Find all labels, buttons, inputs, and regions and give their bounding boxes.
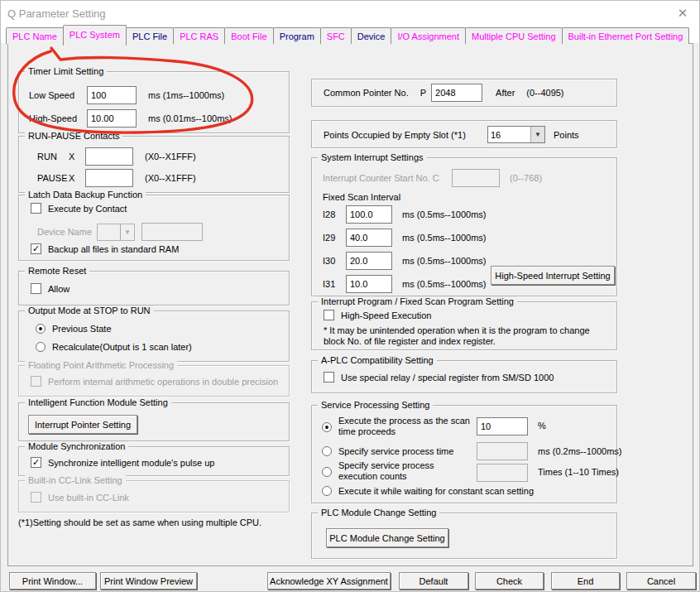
floating-point-title: Floating Point Arithmetic Processing bbox=[25, 360, 177, 370]
synchronize-pulse-checkbox[interactable]: ✓ bbox=[31, 457, 41, 468]
close-icon[interactable]: ✕ bbox=[674, 5, 691, 22]
tab-plc-name[interactable]: PLC Name bbox=[6, 27, 64, 44]
scan-time-proceeds-radio[interactable]: • bbox=[322, 422, 332, 432]
pause-contact-input[interactable] bbox=[85, 169, 133, 187]
interrupt-program-group: Interrupt Program / Fixed Scan Program S… bbox=[311, 301, 617, 350]
high-speed-execution-checkbox[interactable] bbox=[324, 310, 334, 320]
tab-io-assignment[interactable]: I/O Assignment bbox=[391, 27, 466, 44]
synchronize-pulse-label: Synchronize intelligent module's pulse u… bbox=[48, 458, 214, 468]
a-plc-compatibility-group: A-PLC Compatibility Setting Use special … bbox=[311, 360, 617, 393]
execute-by-contact-checkbox[interactable] bbox=[31, 203, 41, 214]
i30-input[interactable]: 20.0 bbox=[346, 252, 392, 270]
plc-module-change-title: PLC Module Change Setting bbox=[318, 508, 439, 517]
empty-slot-combo-value: 16 bbox=[488, 127, 530, 142]
interrupt-program-note-line1: * It may be unintended operation when it… bbox=[324, 325, 590, 336]
low-speed-range: ms (1ms--1000ms) bbox=[148, 90, 224, 100]
i29-input[interactable]: 40.0 bbox=[346, 229, 392, 247]
multi-cpu-footnote: (*1)Setting should be set as same when u… bbox=[18, 517, 261, 527]
interrupt-program-note-line2: block No. of file register and index reg… bbox=[324, 336, 496, 347]
tab-sfc[interactable]: SFC bbox=[320, 27, 352, 44]
i28-range: ms (0.5ms--1000ms) bbox=[402, 209, 486, 219]
execution-counts-radio[interactable] bbox=[322, 467, 332, 477]
common-pointer-after-label: After bbox=[496, 88, 515, 98]
end-button[interactable]: End bbox=[551, 572, 620, 590]
output-mode-title: Output Mode at STOP to RUN bbox=[25, 306, 154, 315]
multi-cpu-footnote-text: (*1)Setting should be set as same when u… bbox=[18, 517, 261, 527]
empty-slot-combo[interactable]: 16 ▼ bbox=[487, 126, 545, 143]
execution-counts-input bbox=[477, 464, 528, 482]
q-parameter-setting-dialog: Q Parameter Setting ✕ PLC Name PLC Syste… bbox=[0, 0, 700, 592]
tab-plc-ras[interactable]: PLC RAS bbox=[173, 27, 225, 44]
default-button[interactable]: Default bbox=[399, 572, 468, 590]
low-speed-label: Low Speed bbox=[29, 90, 87, 100]
latch-data-backup-title: Latch Data Backup Function bbox=[25, 190, 146, 200]
acknowledge-xy-assignment-button[interactable]: Acknowledge XY Assignment bbox=[267, 572, 391, 590]
common-pointer-range: (0--4095) bbox=[526, 88, 563, 98]
recalculate-radio[interactable] bbox=[36, 342, 46, 352]
constant-scan-radio[interactable] bbox=[322, 486, 332, 496]
interrupt-counter-range: (0--768) bbox=[510, 173, 542, 183]
tab-boot-file[interactable]: Boot File bbox=[224, 27, 273, 44]
tab-plc-system[interactable]: PLC System bbox=[63, 25, 127, 46]
high-speed-interrupt-setting-button[interactable]: High-Speed Interrupt Setting bbox=[491, 266, 615, 285]
allow-label: Allow bbox=[48, 284, 70, 294]
i29-label: I29 bbox=[323, 233, 346, 243]
use-cc-link-label: Use built-in CC-Link bbox=[48, 493, 129, 503]
empty-slot-label: Points Occupied by Empty Slot (*1) bbox=[324, 130, 487, 140]
intelligent-function-module-group: Intelligent Function Module Setting Inte… bbox=[18, 402, 290, 441]
device-name-combo-arrow-icon[interactable]: ▼ bbox=[120, 224, 134, 240]
device-name-combo[interactable]: ▼ bbox=[97, 224, 135, 241]
service-process-time-radio[interactable] bbox=[322, 446, 332, 456]
i31-range: ms (0.5ms--1000ms) bbox=[402, 279, 486, 289]
scan-time-percent-input[interactable]: 10 bbox=[477, 417, 528, 436]
device-name-combo-value bbox=[98, 224, 120, 240]
run-range: (X0--X1FFF) bbox=[145, 152, 196, 161]
pause-label: PAUSE bbox=[37, 173, 69, 183]
module-synchronization-title: Module Synchronization bbox=[25, 441, 128, 451]
floating-point-group: Floating Point Arithmetic Processing Per… bbox=[18, 365, 290, 397]
service-process-time-unit: ms (0.2ms--1000ms) bbox=[538, 446, 621, 456]
tab-multiple-cpu-setting[interactable]: Multiple CPU Setting bbox=[465, 27, 563, 44]
empty-slot-combo-arrow-icon[interactable]: ▼ bbox=[530, 127, 544, 142]
backup-all-files-checkbox[interactable]: ✓ bbox=[31, 243, 41, 254]
tab-plc-file[interactable]: PLC File bbox=[126, 27, 174, 44]
i28-input[interactable]: 100.0 bbox=[346, 205, 392, 224]
plc-module-change-setting-button[interactable]: PLC Module Change Setting bbox=[326, 528, 448, 547]
interrupt-counter-input bbox=[452, 169, 500, 187]
execution-counts-unit: Times (1--10 Times) bbox=[538, 467, 619, 477]
tab-device[interactable]: Device bbox=[351, 27, 392, 44]
high-speed-execution-label: High-Speed Execution bbox=[341, 310, 431, 320]
interrupt-pointer-setting-button[interactable]: Interrupt Pointer Setting bbox=[28, 415, 137, 434]
high-speed-range: ms (0.01ms--100ms) bbox=[148, 113, 232, 123]
service-processing-group: Service Processing Setting • Execute the… bbox=[311, 405, 617, 503]
cancel-button[interactable]: Cancel bbox=[626, 572, 696, 590]
high-speed-input[interactable]: 10.00 bbox=[87, 109, 137, 128]
run-pause-contacts-title: RUN-PAUSE Contacts bbox=[25, 131, 122, 141]
previous-state-radio[interactable]: • bbox=[36, 324, 46, 334]
tab-built-in-ethernet-port-setting[interactable]: Built-in Ethernet Port Setting bbox=[562, 27, 690, 44]
print-window-button[interactable]: Print Window... bbox=[9, 572, 96, 590]
service-process-time-label: Specify service process time bbox=[338, 446, 477, 456]
print-window-preview-button[interactable]: Print Window Preview bbox=[100, 572, 197, 590]
execute-by-contact-label: Execute by Contact bbox=[48, 204, 127, 214]
i31-label: I31 bbox=[323, 279, 346, 289]
latch-data-backup-group: Latch Data Backup Function Execute by Co… bbox=[18, 195, 290, 261]
sm-sd-1000-label: Use special relay / special register fro… bbox=[341, 373, 554, 383]
run-contact-input[interactable] bbox=[85, 147, 133, 166]
i31-input[interactable]: 10.0 bbox=[346, 275, 392, 293]
device-number-input[interactable] bbox=[141, 223, 203, 241]
common-pointer-input[interactable]: 2048 bbox=[431, 84, 482, 102]
previous-state-label: Previous State bbox=[52, 324, 112, 334]
allow-checkbox[interactable] bbox=[31, 283, 41, 294]
low-speed-input[interactable]: 100 bbox=[87, 86, 137, 104]
i28-label: I28 bbox=[323, 209, 346, 219]
check-button[interactable]: Check bbox=[475, 572, 544, 590]
system-interrupt-settings-group: System Interrupt Settings Interrupt Coun… bbox=[311, 157, 617, 296]
scan-time-percent-unit: % bbox=[538, 421, 546, 431]
tab-program[interactable]: Program bbox=[273, 27, 321, 44]
fixed-scan-interval-label: Fixed Scan Interval bbox=[323, 192, 400, 202]
service-process-time-input bbox=[477, 442, 528, 460]
sm-sd-1000-checkbox[interactable] bbox=[324, 372, 334, 383]
interrupt-program-title: Interrupt Program / Fixed Scan Program S… bbox=[318, 296, 517, 306]
timer-limit-setting-title: Timer Limit Setting bbox=[25, 66, 107, 76]
